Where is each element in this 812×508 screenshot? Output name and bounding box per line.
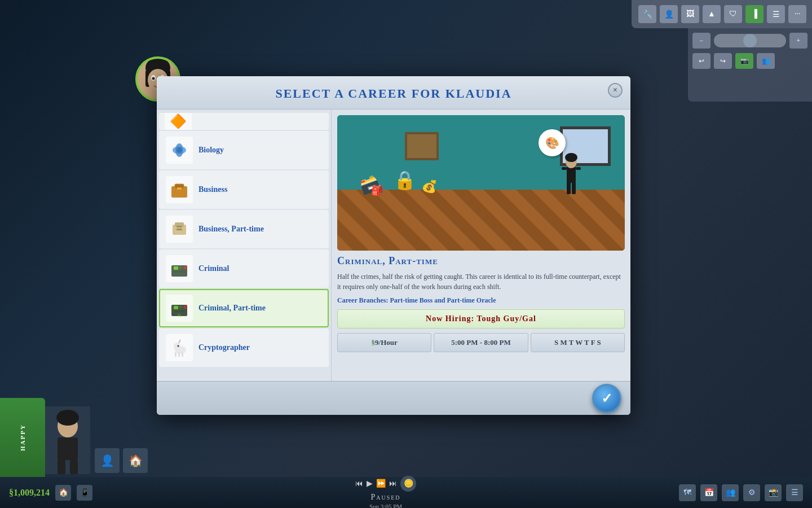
speed-controls: ⏮ ▶ ⏩ ⏭ 🪙	[355, 476, 416, 492]
list-item[interactable]: Criminal	[159, 249, 329, 288]
list-item[interactable]: Biology	[159, 131, 329, 169]
paused-label: Paused	[370, 493, 400, 502]
hiring-label: Now Hiring: Tough Guy/Gal	[426, 314, 536, 323]
green-status-icon[interactable]: ▐	[745, 5, 764, 23]
career-icon-business	[166, 176, 193, 203]
rewind-btn[interactable]: ⏮	[355, 479, 363, 488]
plus-btn[interactable]: +	[789, 33, 807, 49]
time-display: Sun 3:05 PM	[369, 503, 402, 509]
modal-footer: ✓	[157, 381, 630, 415]
checkmark-icon: ✓	[601, 391, 612, 406]
list-item[interactable]: Cryptographer	[159, 329, 329, 367]
career-label-business-parttime: Business, Part-time	[198, 225, 264, 234]
career-list-scroll[interactable]: 🔶 Biology	[157, 110, 331, 381]
person-icon[interactable]: 👤	[660, 5, 678, 23]
career-icon-cryptographer	[166, 334, 193, 361]
sim-btn-1[interactable]: 👤	[95, 448, 120, 473]
friends-icon[interactable]: 👥	[722, 484, 739, 501]
list-item-selected[interactable]: ½ Criminal, Part-time	[159, 289, 329, 327]
schedule-cell: 5:00 PM - 8:00 PM	[434, 333, 528, 352]
svg-rect-35	[178, 352, 180, 357]
svg-rect-34	[175, 352, 176, 357]
career-icon-criminal	[166, 255, 193, 282]
career-icon-business-parttime	[166, 216, 193, 243]
svg-rect-21	[179, 266, 182, 269]
camera2-icon[interactable]: 📸	[765, 484, 782, 501]
turbo-btn[interactable]: ⏭	[389, 479, 397, 488]
happy-label: HAPPY	[19, 424, 26, 451]
top-toolbar: 🔧 👤 🖼 ▲ 🛡 ▐ ☰ ···	[632, 0, 812, 28]
days-cell: S M T W T F S	[531, 333, 625, 352]
list-item[interactable]: Business	[159, 170, 329, 209]
portrait-icon[interactable]: 🖼	[681, 5, 699, 23]
list-icon[interactable]: ☰	[767, 5, 785, 23]
calendar-icon[interactable]: 📅	[700, 484, 717, 501]
bottom-left: §1,009,214 🏠 📱	[9, 485, 92, 501]
career-label-criminal: Criminal	[198, 264, 229, 273]
svg-rect-37	[567, 166, 576, 183]
modal-body: 🔶 Biology	[157, 110, 630, 381]
career-icon-biology	[166, 137, 193, 164]
career-label-criminal-parttime: Criminal, Part-time	[198, 304, 266, 313]
career-icon-partial: 🔶	[165, 113, 192, 130]
svg-point-28	[183, 305, 187, 309]
redo-icon[interactable]: ↪	[714, 53, 732, 69]
svg-point-11	[176, 147, 182, 153]
camera-icon[interactable]: 📷	[735, 53, 753, 69]
svg-line-32	[179, 340, 180, 343]
bottom-bar: §1,009,214 🏠 📱 ⏮ ▶ ⏩ ⏭ 🪙 Paused Sun 3:05…	[0, 477, 812, 508]
sim-thumbnail	[45, 406, 90, 474]
menu-icon[interactable]: ☰	[786, 484, 803, 501]
list-item[interactable]: 🔶	[159, 113, 329, 130]
career-detail-branches: Career Branches: Part-time Boss and Part…	[337, 296, 625, 305]
home-icon[interactable]: 🏠	[55, 485, 71, 501]
undo-icon[interactable]: ↩	[692, 53, 710, 69]
close-button[interactable]: ×	[608, 83, 623, 98]
phone-icon[interactable]: 📱	[77, 485, 92, 501]
svg-rect-22	[174, 271, 185, 273]
svg-rect-48	[58, 460, 65, 474]
minus-btn[interactable]: −	[692, 33, 710, 49]
career-detail-name: Criminal, Part-time	[337, 255, 625, 267]
svg-rect-14	[177, 187, 182, 190]
list-item[interactable]: Business, Part-time	[159, 210, 329, 248]
svg-rect-42	[562, 167, 567, 170]
map-icon[interactable]: 🗺	[679, 484, 696, 501]
svg-point-7	[152, 77, 155, 80]
svg-rect-27	[174, 310, 185, 312]
svg-rect-36	[182, 352, 183, 357]
career-detail-panel: 🗃️ 🔒 💰 🎒	[332, 110, 630, 381]
career-detail-description: Half the crimes, half the risk of gettin…	[337, 271, 625, 292]
pay-amount: 9/Hour	[375, 338, 398, 347]
confirm-button[interactable]: ✓	[592, 384, 621, 413]
career-icon-criminal-parttime: ½	[166, 295, 193, 322]
svg-text:½: ½	[178, 313, 181, 318]
svg-rect-40	[567, 182, 571, 194]
sim-btn-2[interactable]: 🏠	[123, 448, 148, 473]
svg-point-39	[565, 153, 577, 162]
career-label-business: Business	[198, 185, 227, 194]
career-list-panel: 🔶 Biology	[157, 110, 332, 381]
svg-rect-47	[58, 437, 78, 460]
up-arrow-icon[interactable]: ▲	[703, 5, 721, 23]
more-icon[interactable]: ···	[788, 5, 806, 23]
hiring-banner: Now Hiring: Tough Guy/Gal	[337, 309, 625, 329]
fast-forward-btn[interactable]: ⏩	[376, 479, 386, 488]
career-selection-modal: Select a Career for Klaudia × 🔶	[157, 76, 630, 415]
wrench-icon[interactable]: 🔧	[638, 5, 656, 23]
modal-title: Select a Career for Klaudia	[168, 86, 619, 101]
career-label-biology: Biology	[198, 146, 224, 155]
pay-cell: §9/Hour	[337, 333, 431, 352]
svg-rect-49	[70, 460, 78, 474]
play-btn[interactable]: ▶	[367, 479, 373, 488]
svg-point-31	[174, 343, 180, 351]
settings-icon[interactable]: ⚙	[743, 484, 760, 501]
job-details-row: §9/Hour 5:00 PM - 8:00 PM S M T W T F S	[337, 333, 625, 352]
person2-icon[interactable]: 👥	[757, 53, 775, 69]
bottom-right: 🗺 📅 👥 ⚙ 📸 ☰	[679, 484, 803, 501]
coins-icon[interactable]: 🪙	[400, 476, 416, 492]
svg-rect-41	[572, 182, 576, 194]
shield-icon[interactable]: 🛡	[724, 5, 742, 23]
svg-point-33	[178, 345, 179, 347]
svg-point-46	[56, 410, 79, 426]
